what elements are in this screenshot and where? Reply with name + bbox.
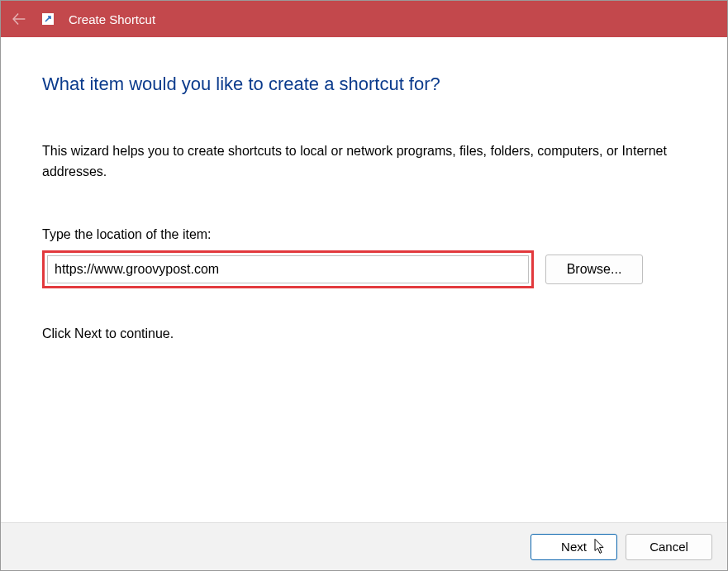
wizard-content: What item would you like to create a sho… (1, 37, 727, 341)
location-row: Browse... (42, 250, 686, 288)
titlebar: Create Shortcut (1, 1, 727, 37)
location-label: Type the location of the item: (42, 227, 686, 242)
cursor-icon (594, 538, 607, 557)
location-input-highlight (42, 250, 534, 288)
wizard-description: This wizard helps you to create shortcut… (42, 141, 686, 183)
wizard-footer: Next Cancel (1, 522, 727, 570)
next-button-label: Next (561, 540, 587, 554)
page-heading: What item would you like to create a sho… (42, 74, 686, 95)
cancel-button[interactable]: Cancel (626, 534, 712, 560)
location-input[interactable] (47, 255, 529, 283)
window-title: Create Shortcut (69, 12, 155, 26)
back-arrow-icon[interactable] (7, 7, 31, 31)
continue-instruction: Click Next to continue. (42, 326, 686, 341)
shortcut-icon (42, 13, 54, 25)
browse-button[interactable]: Browse... (545, 255, 643, 284)
next-button[interactable]: Next (531, 534, 617, 560)
